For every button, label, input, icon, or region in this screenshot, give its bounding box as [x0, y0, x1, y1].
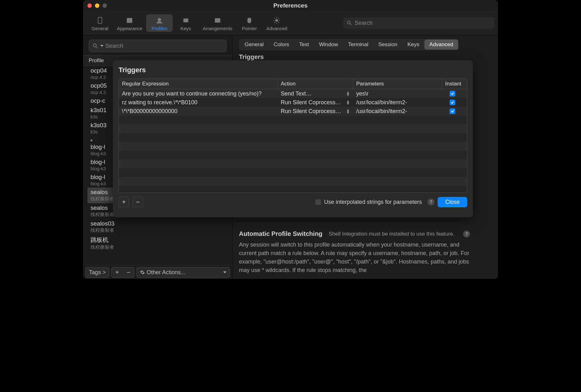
toolbar-tab-pointer[interactable]: Pointer	[236, 14, 263, 32]
svg-point-2	[158, 18, 161, 21]
help-icon[interactable]: ?	[463, 231, 470, 237]
automatic-profile-switching-section: Automatic Profile Switching Shell Integr…	[239, 230, 492, 275]
trigger-row[interactable]: Are you sure you want to continue connec…	[119, 89, 467, 98]
svg-rect-3	[183, 18, 188, 22]
trigger-row[interactable]	[119, 151, 467, 160]
profile-subtitle: 线程撕裂者	[91, 227, 230, 233]
profile-list-item[interactable]: 跳板机线程撕裂者	[87, 235, 232, 252]
toolbar-tab-keys[interactable]: Keys	[173, 14, 199, 32]
trigger-instant-cell[interactable]	[442, 108, 462, 115]
chevron-down-icon	[100, 45, 103, 47]
trigger-regex-cell[interactable]: \*\*B00000000000000	[119, 107, 278, 115]
profile-tab-general[interactable]: General	[240, 40, 268, 50]
toolbar-tab-label: Pointer	[242, 26, 257, 31]
add-trigger-button[interactable]: +	[119, 197, 129, 207]
trigger-row[interactable]: rz waiting to receive.\*\*B0100Run Silen…	[119, 98, 467, 107]
toolbar-tab-general[interactable]: General	[87, 14, 113, 32]
trigger-action-cell[interactable]: Run Silent Coprocess…▲▼	[278, 99, 353, 106]
profile-tab-text[interactable]: Text	[294, 40, 314, 50]
trigger-row[interactable]	[119, 177, 467, 186]
trigger-instant-cell[interactable]	[442, 99, 462, 106]
aps-title: Automatic Profile Switching	[239, 230, 323, 237]
toolbar-tab-label: Profiles	[152, 26, 167, 31]
profiles-icon	[154, 16, 165, 25]
column-instant[interactable]: Instant	[442, 79, 462, 89]
toolbar-tab-arrangements[interactable]: Arrangements	[199, 14, 236, 32]
remove-trigger-button[interactable]: −	[132, 197, 143, 207]
toolbar-tab-label: Appearance	[117, 26, 142, 31]
toolbar-tab-label: Arrangements	[203, 26, 232, 31]
svg-line-8	[350, 24, 351, 25]
column-action[interactable]: Action	[278, 79, 353, 89]
interpolated-strings-checkbox[interactable]: Use interpolated strings for parameters	[315, 199, 422, 205]
trigger-regex-cell[interactable]: Are you sure you want to continue connec…	[119, 90, 278, 98]
column-parameters[interactable]: Parameters	[353, 79, 442, 89]
add-profile-button[interactable]: +	[111, 267, 123, 278]
svg-rect-4	[215, 18, 220, 23]
trigger-instant-cell[interactable]	[442, 90, 462, 97]
triggers-table-body[interactable]: Are you sure you want to continue connec…	[119, 89, 467, 193]
updown-icon: ▲▼	[346, 91, 350, 96]
trigger-parameters-cell[interactable]: /usr/local/bin/iterm2-	[353, 107, 442, 115]
trigger-parameters-cell[interactable]: yes\r	[353, 90, 442, 98]
trigger-row[interactable]	[119, 116, 467, 124]
svg-line-10	[96, 47, 98, 48]
profile-search[interactable]: Search	[89, 40, 227, 52]
titlebar: Preferences	[83, 0, 498, 11]
profile-list-item[interactable]: sealos03线程撕裂者	[87, 219, 232, 235]
profile-subtitle: 线程撕裂者	[91, 244, 230, 250]
tags-button[interactable]: Tags >	[86, 267, 109, 278]
close-button[interactable]: Close	[438, 197, 467, 207]
toolbar-tab-profiles[interactable]: Profiles	[146, 14, 173, 32]
search-icon	[346, 20, 352, 26]
advanced-icon	[271, 16, 282, 25]
gear-icon	[140, 270, 145, 275]
profile-tab-terminal[interactable]: Terminal	[343, 40, 373, 50]
trigger-regex-cell[interactable]: rz waiting to receive.\*\*B0100	[119, 99, 278, 106]
triggers-section-title: Triggers	[239, 53, 492, 61]
svg-point-9	[93, 44, 96, 47]
search-icon	[92, 43, 98, 49]
svg-point-6	[275, 19, 278, 22]
toolbar-tab-appearance[interactable]: Appearance	[113, 14, 146, 32]
updown-icon: ▲▼	[346, 100, 350, 105]
window-title: Preferences	[83, 2, 498, 9]
help-icon[interactable]: ?	[428, 199, 434, 205]
profile-tab-colors[interactable]: Colors	[268, 40, 294, 50]
svg-point-7	[347, 21, 350, 24]
remove-profile-button[interactable]: −	[123, 267, 135, 278]
toolbar-tab-label: General	[91, 26, 108, 31]
interpolated-strings-label: Use interpolated strings for parameters	[324, 199, 422, 205]
trigger-row[interactable]	[119, 160, 467, 168]
profile-title: 跳板机	[91, 236, 230, 244]
aps-note: Shell Integration must be installed to u…	[329, 231, 455, 237]
search-placeholder: Search	[355, 20, 373, 26]
trigger-row[interactable]: \*\*B00000000000000Run Silent Coprocess……	[119, 107, 467, 116]
triggers-modal-footer: + − Use interpolated strings for paramet…	[119, 197, 467, 207]
column-regex[interactable]: Regular Expression	[119, 79, 278, 89]
checkbox-icon	[315, 199, 321, 205]
profile-tab-window[interactable]: Window	[314, 40, 343, 50]
preferences-toolbar: GeneralAppearanceProfilesKeysArrangement…	[83, 11, 498, 35]
preferences-search[interactable]: Search	[343, 17, 494, 29]
trigger-row[interactable]	[119, 168, 467, 177]
trigger-row[interactable]	[119, 133, 467, 142]
aps-description: Any session will switch to this profile …	[239, 241, 472, 275]
svg-rect-1	[127, 18, 132, 23]
profile-tab-advanced[interactable]: Advanced	[424, 40, 458, 50]
profile-tab-session[interactable]: Session	[374, 40, 402, 50]
toolbar-tab-advanced[interactable]: Advanced	[263, 14, 291, 32]
trigger-action-cell[interactable]: Send Text…▲▼	[278, 90, 353, 98]
trigger-action-cell[interactable]: Run Silent Coprocess…▲▼	[278, 107, 353, 115]
checked-icon	[450, 91, 455, 96]
triggers-table-header: Regular Expression Action Parameters Ins…	[119, 79, 467, 89]
trigger-parameters-cell[interactable]: /usr/local/bin/iterm2-	[353, 99, 442, 106]
other-actions-dropdown[interactable]: Other Actions...	[136, 267, 230, 278]
triggers-modal: Triggers Regular Expression Action Param…	[113, 60, 473, 217]
checked-icon	[450, 108, 455, 114]
profile-tab-keys[interactable]: Keys	[402, 40, 424, 50]
trigger-row[interactable]	[119, 124, 467, 133]
trigger-row[interactable]	[119, 186, 467, 193]
pointer-icon	[244, 16, 255, 25]
trigger-row[interactable]	[119, 142, 467, 151]
